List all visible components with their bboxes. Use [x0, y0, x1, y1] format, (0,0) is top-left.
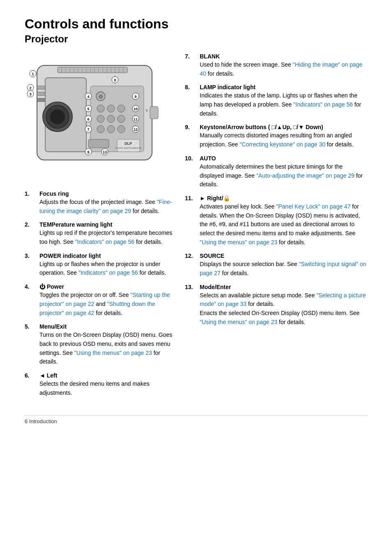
item-3-num: 3. — [25, 253, 39, 259]
svg-rect-19 — [37, 92, 45, 95]
item-2: 2. TEMPerature warning light Lights up r… — [25, 221, 173, 246]
item-4-num: 4. — [25, 283, 39, 290]
item-10-num: 10. — [185, 155, 200, 162]
item-7-num: 7. — [185, 53, 200, 60]
svg-text:s: s — [146, 108, 148, 112]
svg-text:4: 4 — [87, 95, 89, 99]
item-13-link2[interactable]: "Using the menus" on page 23 — [200, 319, 277, 325]
item-10-desc: Automatically determines the best pictur… — [200, 162, 367, 189]
footer: 6 Introduction — [25, 415, 367, 424]
item-4-desc: Toggles the projector on or off. See "St… — [39, 291, 173, 317]
item-7: 7. BLANK Used to hide the screen image. … — [185, 53, 367, 78]
svg-text:1: 1 — [32, 72, 34, 76]
svg-point-31 — [97, 115, 104, 123]
svg-text:9: 9 — [87, 150, 89, 154]
item-7-desc: Used to hide the screen image. See "Hidi… — [200, 60, 367, 78]
item-10-title: AUTO — [200, 155, 216, 162]
svg-text:3: 3 — [29, 92, 31, 96]
right-column: 7. BLANK Used to hide the screen image. … — [185, 53, 367, 403]
item-12: 12. SOURCE Displays the source selection… — [185, 253, 367, 278]
item-11-desc: Activates panel key lock. See "Panel Key… — [200, 202, 367, 247]
page-title: Controls and functions — [25, 16, 367, 32]
item-1-link[interactable]: "Fine-tuning the image clarity" on page … — [39, 199, 172, 214]
item-12-num: 12. — [185, 253, 200, 259]
item-8: 8. LAMP indicator light Indicates the st… — [185, 84, 367, 118]
page-subtitle: Projector — [25, 33, 367, 45]
item-1-num: 1. — [25, 190, 39, 197]
item-10-link[interactable]: "Auto-adjusting the image" on page 29 — [256, 172, 355, 179]
item-8-desc: Indicates the status of the lamp. Lights… — [200, 91, 367, 118]
svg-text:9: 9 — [134, 95, 136, 99]
svg-point-36 — [118, 125, 125, 133]
item-13-link1[interactable]: "Selecting a picture mode" on page 33 — [200, 292, 366, 308]
item-3-desc: Lights up or flashes when the projector … — [39, 260, 173, 278]
item-1-desc: Adjusts the focus of the projected image… — [39, 198, 173, 215]
item-11-link2[interactable]: "Using the menus" on page 23 — [200, 239, 277, 246]
svg-text:6: 6 — [87, 117, 89, 121]
svg-point-28 — [97, 105, 104, 112]
svg-point-34 — [97, 125, 104, 133]
svg-rect-20 — [37, 98, 45, 102]
item-9-num: 9. — [185, 124, 200, 130]
svg-text:10: 10 — [134, 107, 138, 111]
item-7-link[interactable]: "Hiding the image" on page 40 — [200, 61, 362, 77]
item-8-title: LAMP indicator light — [200, 84, 256, 90]
svg-point-32 — [107, 115, 115, 123]
projector-diagram: ⏻ DLP TEXAS INSTRUMENTS — [25, 53, 164, 181]
item-9-link[interactable]: "Correcting keystone" on page 30 — [240, 141, 325, 148]
item-1-title: Focus ring — [39, 190, 69, 197]
item-1: 1. Focus ring Adjusts the focus of the p… — [25, 190, 173, 215]
svg-point-24 — [50, 109, 65, 124]
svg-text:13: 13 — [103, 150, 107, 154]
item-2-desc: Lights up red if the projector's tempera… — [39, 229, 173, 246]
svg-point-33 — [118, 115, 125, 123]
svg-text:5: 5 — [87, 107, 89, 111]
item-6-num: 6. — [25, 372, 39, 379]
item-13-title: Mode/Enter — [200, 284, 231, 290]
svg-rect-37 — [88, 139, 109, 148]
item-3: 3. POWER indicator light Lights up or fl… — [25, 253, 173, 278]
item-6-desc: Selects the desired menu items and makes… — [39, 380, 173, 397]
svg-rect-1 — [58, 67, 127, 73]
item-8-link[interactable]: "Indicators" on page 56 — [293, 101, 353, 108]
item-2-title: TEMPerature warning light — [39, 221, 112, 228]
item-9-desc: Manually corrects distorted images resul… — [200, 131, 367, 149]
item-12-link[interactable]: "Switching input signal" on page 27 — [200, 261, 366, 276]
item-11: 11. ► Right/🔒 Activates panel key lock. … — [185, 195, 367, 247]
item-5-title: Menu/Exit — [39, 323, 67, 330]
item-6: 6. ◄ Left Selects the desired menu items… — [25, 372, 173, 397]
item-7-title: BLANK — [200, 53, 220, 60]
svg-text:2: 2 — [29, 86, 31, 90]
footer-text: 6 Introduction — [25, 418, 57, 424]
svg-rect-41 — [150, 107, 158, 119]
item-12-desc: Displays the source selection bar. See "… — [200, 260, 367, 278]
item-6-title: ◄ Left — [39, 372, 57, 379]
item-8-num: 8. — [185, 84, 200, 90]
item-4: 4. ⏻ Power Toggles the projector on or o… — [25, 283, 173, 317]
svg-text:TEXAS INSTRUMENTS: TEXAS INSTRUMENTS — [115, 147, 142, 149]
item-5-desc: Turns on the On-Screen Display (OSD) men… — [39, 331, 173, 366]
svg-point-30 — [118, 105, 125, 112]
item-13-num: 13. — [185, 284, 200, 290]
item-3-link[interactable]: "Indicators" on page 56 — [78, 269, 138, 276]
item-5-num: 5. — [25, 323, 39, 330]
item-9-title: Keystone/Arrow buttons ( □/▲Up, □/▼ Down… — [200, 124, 323, 130]
item-13-desc: Selects an available picture setup mode.… — [200, 291, 367, 327]
svg-text:8: 8 — [114, 78, 116, 82]
left-column: ⏻ DLP TEXAS INSTRUMENTS — [25, 53, 173, 403]
item-4-title: ⏻ Power — [39, 283, 64, 290]
svg-text:11: 11 — [134, 117, 138, 121]
svg-rect-18 — [37, 86, 45, 89]
item-2-link[interactable]: "Indicators" on page 56 — [75, 239, 134, 245]
item-5-link[interactable]: "Using the menus" on page 23 — [74, 350, 152, 356]
svg-text:DLP: DLP — [125, 141, 132, 146]
item-9: 9. Keystone/Arrow buttons ( □/▲Up, □/▼ D… — [185, 124, 367, 149]
item-3-title: POWER indicator light — [39, 253, 101, 259]
item-11-link1[interactable]: "Panel Key Lock" on page 47 — [276, 203, 350, 210]
item-11-title: ► Right/🔒 — [200, 195, 230, 202]
item-11-num: 11. — [185, 195, 200, 202]
item-13: 13. Mode/Enter Selects an available pict… — [185, 284, 367, 327]
item-10: 10. AUTO Automatically determines the be… — [185, 155, 367, 189]
svg-text:⏻: ⏻ — [99, 94, 103, 99]
content-wrapper: ⏻ DLP TEXAS INSTRUMENTS — [25, 53, 367, 403]
